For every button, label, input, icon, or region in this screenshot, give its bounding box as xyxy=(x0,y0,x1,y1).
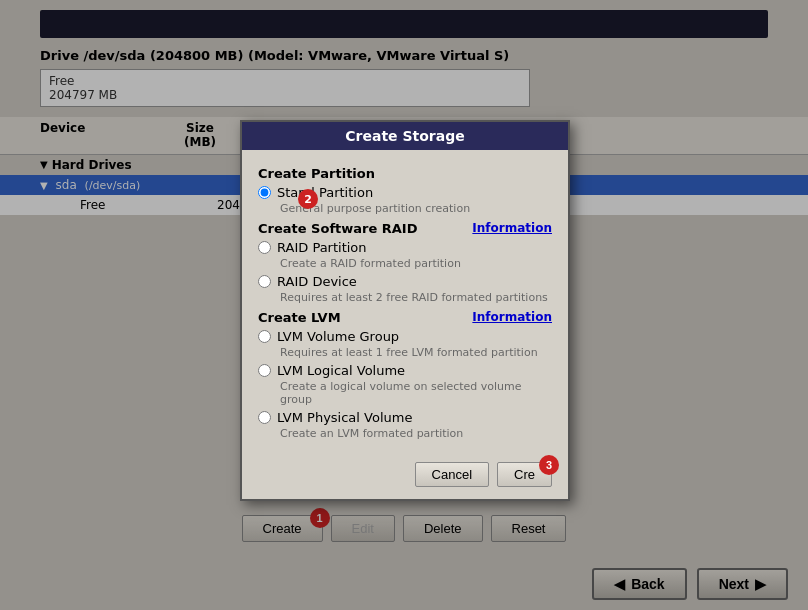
create-software-raid-label: Create Software RAID xyxy=(258,221,418,236)
lvm-logical-volume-label: LVM Logical Volume xyxy=(277,363,405,378)
lvm-physical-volume-desc: Create an LVM formated partition xyxy=(280,427,552,440)
create-lvm-label: Create LVM xyxy=(258,310,341,325)
lvm-volume-group-desc: Requires at least 1 free LVM formated pa… xyxy=(280,346,552,359)
standard-partition-desc: General purpose partition creation xyxy=(280,202,552,215)
dialog-create-button[interactable]: Cre 3 xyxy=(497,462,552,487)
raid-device-radio[interactable] xyxy=(258,275,271,288)
raid-partition-desc: Create a RAID formated partition xyxy=(280,257,552,270)
lvm-physical-volume-row[interactable]: LVM Physical Volume xyxy=(258,410,552,425)
badge-2-container: 2 xyxy=(298,189,318,209)
create-partition-section-label: Create Partition xyxy=(258,166,552,181)
raid-device-row[interactable]: RAID Device xyxy=(258,274,552,289)
raid-partition-radio[interactable] xyxy=(258,241,271,254)
lvm-logical-volume-desc: Create a logical volume on selected volu… xyxy=(280,380,552,406)
create-software-raid-section: Information Create Software RAID xyxy=(258,221,552,236)
raid-device-label: RAID Device xyxy=(277,274,357,289)
lvm-info-link[interactable]: Information xyxy=(472,310,552,324)
badge-3: 3 xyxy=(539,455,559,475)
cancel-button[interactable]: Cancel xyxy=(415,462,489,487)
dialog-body: Create Partition Stand Partition General… xyxy=(242,150,568,454)
dialog-title: Create Storage xyxy=(242,122,568,150)
create-storage-dialog: Create Storage Create Partition Stand Pa… xyxy=(240,120,570,501)
lvm-physical-volume-radio[interactable] xyxy=(258,411,271,424)
lvm-volume-group-label: LVM Volume Group xyxy=(277,329,399,344)
software-raid-info-link[interactable]: Information xyxy=(472,221,552,235)
create-lvm-section: Information Create LVM xyxy=(258,310,552,325)
dialog-buttons: Cancel Cre 3 xyxy=(242,454,568,499)
raid-partition-row[interactable]: RAID Partition xyxy=(258,240,552,255)
lvm-physical-volume-label: LVM Physical Volume xyxy=(277,410,412,425)
lvm-logical-volume-row[interactable]: LVM Logical Volume xyxy=(258,363,552,378)
lvm-volume-group-radio[interactable] xyxy=(258,330,271,343)
raid-device-desc: Requires at least 2 free RAID formated p… xyxy=(280,291,552,304)
lvm-logical-volume-radio[interactable] xyxy=(258,364,271,377)
dialog-create-label: Cre xyxy=(514,467,535,482)
lvm-volume-group-row[interactable]: LVM Volume Group xyxy=(258,329,552,344)
raid-partition-label: RAID Partition xyxy=(277,240,367,255)
badge-2: 2 xyxy=(298,189,318,209)
standard-partition-radio[interactable] xyxy=(258,186,271,199)
standard-partition-label: Stand Partition xyxy=(277,185,373,200)
